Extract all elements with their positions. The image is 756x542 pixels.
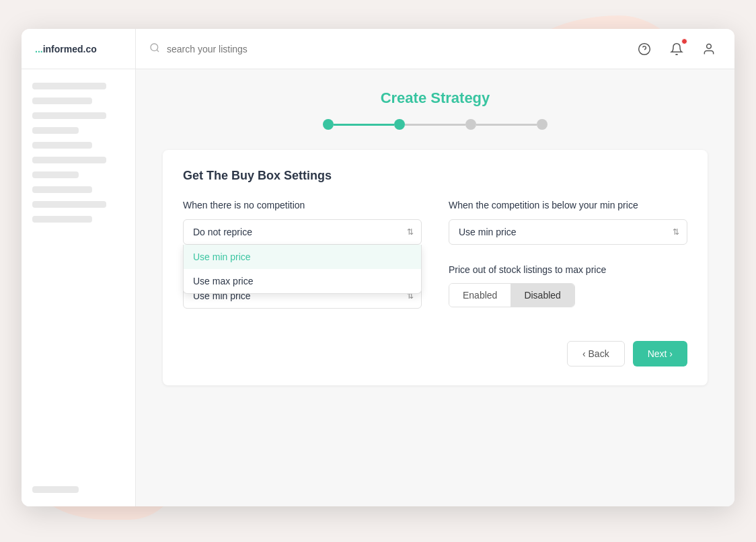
header: ...informed.co (22, 29, 734, 69)
notification-icon[interactable] (667, 40, 686, 59)
logo-text: ...informed.co (35, 44, 97, 54)
no-competition-dropdown: Use min price Use max price (183, 245, 422, 294)
sidebar-skeleton-11 (32, 486, 79, 493)
notification-badge (681, 38, 687, 44)
progress-stepper (323, 119, 547, 130)
step-3-dot (465, 119, 476, 130)
step-1-dot (323, 119, 334, 130)
main-layout: Create Strategy Get The Buy Box Settings (22, 69, 734, 506)
no-competition-select[interactable]: Do not reprice Use min price Use max pri… (183, 219, 422, 245)
back-button[interactable]: ‹ Back (567, 341, 625, 366)
step-line-2 (405, 124, 465, 126)
price-out-of-stock-label: Price out of stock listings to max price (449, 264, 687, 277)
svg-point-4 (707, 44, 712, 48)
sidebar-skeleton-6 (32, 157, 106, 163)
toggle-disabled-btn[interactable]: Disabled (511, 284, 574, 307)
sidebar-skeleton-1 (32, 83, 106, 89)
sidebar-skeleton-10 (32, 216, 92, 223)
competition-below-select[interactable]: Use min price Use max price Do not repri… (449, 219, 687, 245)
sidebar-skeleton-3 (32, 112, 106, 119)
toggle-enabled-btn[interactable]: Enabled (449, 284, 511, 307)
next-button[interactable]: Next › (633, 341, 687, 366)
dropdown-item-use-max-price[interactable]: Use max price (184, 269, 421, 293)
sidebar-skeleton-8 (32, 186, 92, 193)
toggle-group: Enabled Disabled (449, 283, 575, 307)
sidebar-skeleton-2 (32, 98, 92, 104)
search-bar (136, 42, 619, 56)
competition-below-label: When the competition is below your min p… (449, 199, 687, 212)
competition-below-group: When the competition is below your min p… (449, 199, 687, 245)
sidebar-skeleton-9 (32, 201, 106, 208)
svg-point-0 (151, 44, 158, 51)
no-competition-select-wrapper: Do not reprice Use min price Use max pri… (183, 219, 422, 245)
dropdown-item-use-min-price[interactable]: Use min price (184, 245, 421, 269)
help-icon[interactable] (635, 40, 654, 59)
step-2-dot (394, 119, 405, 130)
price-out-of-stock-group: Price out of stock listings to max price… (449, 264, 687, 309)
no-competition-label: When there is no competition (183, 199, 422, 212)
header-icons (619, 40, 734, 59)
logo: ...informed.co (22, 29, 136, 69)
sidebar-skeleton-5 (32, 142, 92, 149)
svg-line-1 (157, 50, 159, 52)
form-grid: When there is no competition Do not repr… (183, 199, 687, 309)
step-line-3 (476, 124, 537, 126)
sidebar (22, 69, 136, 506)
card-title: Get The Buy Box Settings (183, 169, 687, 183)
step-4-dot (537, 119, 547, 130)
app-window: ...informed.co (22, 29, 734, 506)
profile-icon[interactable] (700, 40, 718, 59)
page-title: Create Strategy (381, 89, 490, 107)
settings-card: Get The Buy Box Settings When there is n… (163, 150, 708, 385)
competition-below-select-wrapper: Use min price Use max price Do not repri… (449, 219, 687, 245)
svg-point-2 (639, 43, 650, 54)
sidebar-skeleton-4 (32, 127, 79, 134)
sidebar-skeleton-7 (32, 171, 79, 178)
card-actions: ‹ Back Next › (183, 330, 687, 366)
step-line-1 (334, 124, 394, 126)
content-area: Create Strategy Get The Buy Box Settings (136, 69, 734, 506)
search-input[interactable] (167, 44, 605, 54)
no-competition-group: When there is no competition Do not repr… (183, 199, 422, 245)
search-icon (149, 42, 160, 56)
